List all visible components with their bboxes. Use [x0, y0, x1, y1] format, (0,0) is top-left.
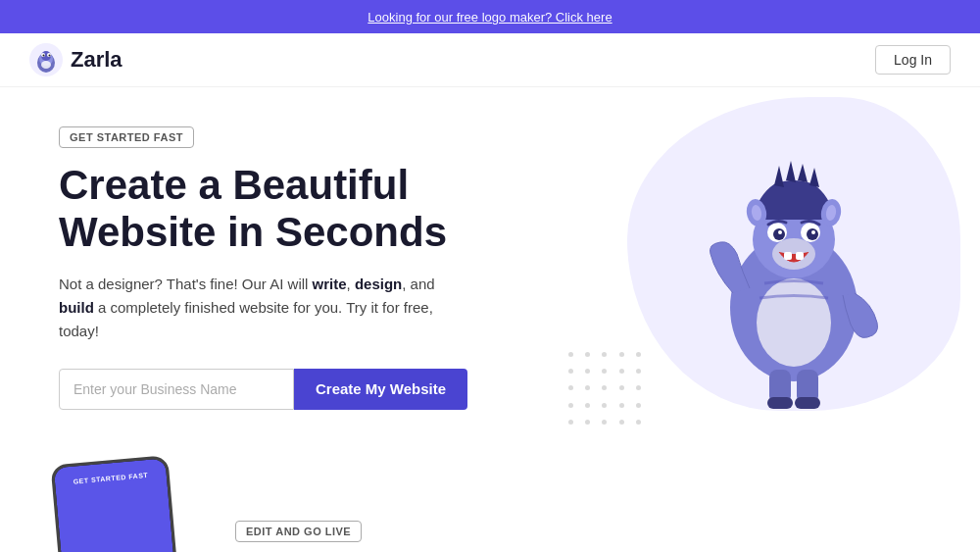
svg-marker-15: [809, 168, 819, 187]
svg-marker-12: [774, 166, 784, 187]
hero-title: Create a Beautiful Website in Seconds: [59, 162, 549, 257]
phone-screen-text: GET STARTED FAST: [73, 472, 148, 485]
top-banner: Looking for our free logo maker? Click h…: [0, 0, 980, 33]
hero-content: GET STARTED FAST Create a Beautiful Webs…: [59, 117, 549, 410]
svg-point-22: [807, 228, 818, 240]
dots-decoration: [568, 352, 647, 430]
logo-icon: [29, 43, 63, 76]
business-name-input[interactable]: [59, 369, 294, 410]
hero-subtitle: Not a designer? That's fine! Our AI will…: [59, 273, 451, 343]
hero-section: GET STARTED FAST Create a Beautiful Webs…: [0, 87, 980, 430]
hero-illustration: [549, 117, 921, 411]
second-section: GET STARTED FAST EDIT AND GO LIVE Make c…: [0, 440, 980, 552]
phone-body: GET STARTED FAST: [51, 455, 185, 552]
logo-text: Zarla: [71, 47, 122, 73]
svg-point-21: [773, 228, 785, 240]
svg-rect-31: [767, 397, 793, 409]
hero-form: Create My Website: [59, 369, 549, 410]
second-badge: EDIT AND GO LIVE: [235, 521, 362, 542]
hero-badge: GET STARTED FAST: [59, 126, 194, 148]
phone-screen: GET STARTED FAST: [54, 458, 181, 552]
svg-marker-14: [798, 164, 808, 182]
second-content: EDIT AND GO LIVE Make changes anytime.: [235, 521, 921, 552]
svg-point-24: [811, 230, 815, 234]
banner-link[interactable]: Looking for our free logo maker? Click h…: [368, 10, 612, 25]
svg-point-8: [49, 55, 51, 57]
phone-mockup: GET STARTED FAST: [59, 460, 176, 552]
svg-point-10: [757, 278, 831, 367]
login-button[interactable]: Log In: [875, 45, 951, 75]
svg-marker-13: [786, 161, 796, 182]
logo-area: Zarla: [29, 43, 122, 76]
svg-rect-32: [795, 397, 820, 409]
svg-point-7: [43, 55, 45, 57]
svg-point-23: [778, 230, 782, 234]
svg-rect-18: [796, 252, 804, 260]
svg-point-4: [41, 61, 51, 69]
navbar: Zarla Log In: [0, 33, 980, 87]
svg-rect-17: [784, 252, 792, 260]
create-website-button[interactable]: Create My Website: [294, 369, 467, 410]
zebra-mascot: [666, 126, 921, 411]
